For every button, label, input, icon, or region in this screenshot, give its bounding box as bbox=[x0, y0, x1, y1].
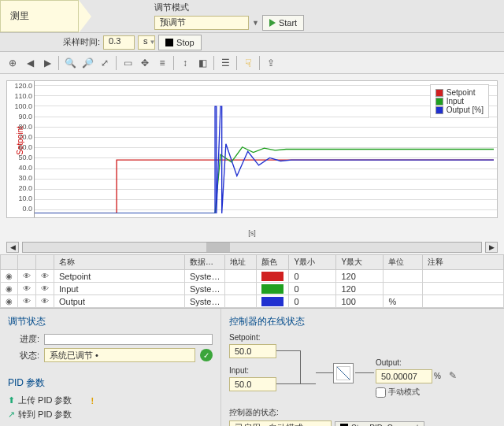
tool-back-icon[interactable]: ◀ bbox=[22, 55, 38, 71]
cell-color[interactable] bbox=[257, 270, 289, 283]
cell-color[interactable] bbox=[257, 295, 289, 308]
ytick: 0.0 bbox=[22, 205, 32, 213]
stop-pid-button[interactable]: Stop PID_Compact bbox=[335, 421, 424, 427]
scroll-right-button[interactable]: ▶ bbox=[485, 242, 498, 253]
stop-icon bbox=[165, 39, 173, 46]
ytick: 60.0 bbox=[18, 143, 32, 151]
tool-ruler-icon[interactable]: ≡ bbox=[154, 55, 170, 71]
upload-pid-link[interactable]: ⬆ 上传 PID 参数 ! bbox=[8, 395, 213, 406]
divider bbox=[58, 56, 59, 70]
tool-select-icon[interactable]: ▭ bbox=[120, 55, 135, 71]
row-toggle1[interactable]: ◉ bbox=[1, 295, 18, 308]
divider bbox=[259, 56, 260, 70]
tool-export-icon[interactable]: ⇪ bbox=[263, 55, 279, 71]
tuning-title: 调节状态 bbox=[8, 315, 213, 328]
out-label: Output: bbox=[376, 358, 402, 367]
cell-unit: % bbox=[384, 295, 423, 308]
row-toggle2[interactable]: 👁 bbox=[18, 270, 36, 283]
row-toggle3[interactable]: 👁 bbox=[36, 283, 54, 295]
upload-icon: ⬆ bbox=[8, 395, 15, 406]
col-unit[interactable]: 单位 bbox=[384, 255, 423, 270]
ytick: 40.0 bbox=[18, 164, 32, 172]
table-row[interactable]: ◉👁👁SetpointSyste…0120 bbox=[1, 270, 504, 283]
cell-dt: Syste… bbox=[184, 295, 225, 308]
stop-button[interactable]: Stop bbox=[158, 35, 202, 50]
tool-add-icon[interactable]: ⊕ bbox=[5, 55, 20, 71]
tab-measure[interactable]: 测里 bbox=[0, 0, 79, 32]
col-ymin[interactable]: Y最小 bbox=[289, 255, 336, 270]
ytick: 70.0 bbox=[18, 133, 32, 141]
sample-unit-select[interactable]: s▼ bbox=[138, 35, 155, 50]
tool-zoomout-icon[interactable]: 🔎 bbox=[80, 55, 95, 71]
ytick: 80.0 bbox=[18, 123, 32, 131]
chart-legend: Setpoint Input Output [%] bbox=[430, 84, 489, 118]
scroll-left-button[interactable]: ◀ bbox=[6, 242, 19, 253]
cell-ymax[interactable]: 100 bbox=[336, 295, 384, 308]
tool-tag-icon[interactable]: ◧ bbox=[195, 55, 210, 71]
sample-time-input[interactable]: 0.3 bbox=[103, 35, 135, 50]
ctrl-state-label: 控制器的状态: bbox=[229, 407, 496, 418]
goto-pid-link[interactable]: ↗ 转到 PID 参数 bbox=[8, 409, 213, 420]
cell-dt: Syste… bbox=[184, 270, 225, 283]
cell-ymin[interactable]: 0 bbox=[289, 295, 336, 308]
col-name[interactable]: 名称 bbox=[54, 255, 185, 270]
status-label: 状态: bbox=[8, 350, 39, 361]
tool-list-icon[interactable]: ☰ bbox=[217, 55, 233, 71]
in-value[interactable]: 50.0 bbox=[229, 377, 276, 391]
cell-name: Setpoint bbox=[54, 270, 185, 283]
ctrl-state-value: 已启用 - 自动模式 bbox=[229, 420, 332, 426]
scrollbar[interactable] bbox=[22, 242, 482, 253]
cell-ymax[interactable]: 120 bbox=[336, 270, 384, 283]
row-toggle3[interactable]: 👁 bbox=[36, 295, 54, 308]
cell-ymax[interactable]: 120 bbox=[336, 283, 384, 295]
out-unit: % bbox=[434, 372, 441, 380]
row-toggle1[interactable]: ◉ bbox=[1, 270, 18, 283]
legend-swatch bbox=[435, 98, 443, 106]
tool-fwd-icon[interactable]: ▶ bbox=[39, 55, 55, 71]
cell-ymin[interactable]: 0 bbox=[289, 283, 336, 295]
cell-name: Output bbox=[54, 295, 185, 308]
output-edit-icon[interactable]: ✎ bbox=[445, 368, 461, 383]
row-toggle3[interactable]: 👁 bbox=[36, 270, 54, 283]
tool-pan-icon[interactable]: ✥ bbox=[137, 55, 153, 71]
controller-block[interactable] bbox=[333, 363, 354, 383]
cell-unit bbox=[384, 283, 423, 295]
legend-item: Setpoint bbox=[435, 88, 484, 97]
col-color[interactable]: 颜色 bbox=[257, 255, 289, 270]
chart-toolbar: ⊕ ◀ ▶ 🔍 🔎 ⤢ ▭ ✥ ≡ ↕ ◧ ☰ ☟ ⇪ bbox=[0, 52, 504, 74]
block-diagram: Setpoint: 50.0 Input: 50.0 Output: 50.00… bbox=[229, 333, 496, 396]
mode-select[interactable]: 预调节 bbox=[154, 16, 249, 30]
cell-ymin[interactable]: 0 bbox=[289, 270, 336, 283]
sp-value[interactable]: 50.0 bbox=[229, 344, 276, 358]
legend-swatch bbox=[435, 89, 443, 97]
tool-cursor-icon[interactable]: ↕ bbox=[177, 55, 193, 71]
row-toggle2[interactable]: 👁 bbox=[18, 295, 36, 308]
tool-hand-icon[interactable]: ☟ bbox=[240, 55, 256, 71]
col-address[interactable]: 地址 bbox=[225, 255, 257, 270]
tool-zoomin-icon[interactable]: 🔍 bbox=[62, 55, 78, 71]
cell-cmt bbox=[423, 270, 504, 283]
pid-title: PID 参数 bbox=[8, 376, 213, 390]
start-button[interactable]: Start bbox=[262, 15, 304, 31]
tool-fit-icon[interactable]: ⤢ bbox=[97, 55, 113, 71]
cell-cmt bbox=[423, 283, 504, 295]
cell-color[interactable] bbox=[257, 283, 289, 295]
chart-pane: Setpoint 120.0 110.0 100.0 90.0 80.0 70.… bbox=[0, 74, 504, 254]
cell-unit bbox=[384, 270, 423, 283]
col-ymax[interactable]: Y最大 bbox=[336, 255, 384, 270]
row-toggle2[interactable]: 👁 bbox=[18, 283, 36, 295]
dropdown-icon[interactable]: ▼ bbox=[252, 19, 259, 27]
tab-arrow bbox=[79, 0, 91, 33]
out-value[interactable]: 50.00007 bbox=[376, 369, 432, 383]
manual-mode-checkbox[interactable]: 手动模式 bbox=[376, 387, 420, 398]
divider bbox=[236, 56, 237, 70]
col-comment[interactable]: 注释 bbox=[423, 255, 504, 270]
sp-label: Setpoint: bbox=[229, 333, 260, 342]
col-datatype[interactable]: 数据… bbox=[184, 255, 225, 270]
row-toggle1[interactable]: ◉ bbox=[1, 283, 18, 295]
scrollbar-thumb[interactable] bbox=[206, 243, 230, 252]
table-row[interactable]: ◉👁👁InputSyste…0120 bbox=[1, 283, 504, 295]
chart-canvas[interactable]: Setpoint 120.0 110.0 100.0 90.0 80.0 70.… bbox=[6, 80, 498, 218]
table-row[interactable]: ◉👁👁OutputSyste…0100% bbox=[1, 295, 504, 308]
ytick: 20.0 bbox=[18, 184, 32, 192]
